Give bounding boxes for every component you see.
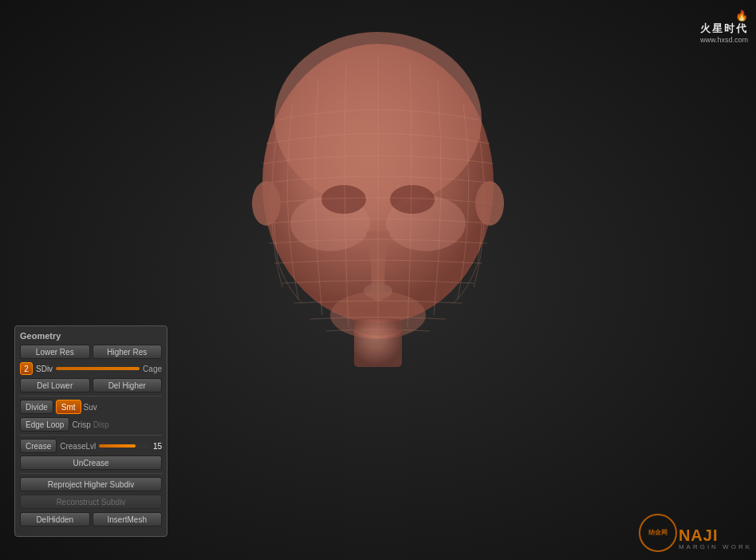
delhidden-row: DelHidden InsertMesh [20,512,162,526]
edge-loop-row: Edge Loop Crisp Disp [20,417,162,432]
uncrease-button[interactable]: UnCrease [20,455,162,470]
reproject-row: Reproject Higher Subdiv [20,477,162,491]
divide-button[interactable]: Divide [20,400,53,414]
higher-res-button[interactable]: Higher Res [93,345,163,359]
divider-2 [20,435,162,436]
naji-logo-container: 纳金网 NAJI MARGIN WORK [639,514,752,552]
del-higher-button[interactable]: Del Higher [93,378,163,392]
reconstruct-row: Reconstruct Subdiv [20,495,162,509]
edge-loop-button[interactable]: Edge Loop [20,417,69,432]
naji-circle: 纳金网 [639,514,677,552]
del-hidden-button[interactable]: DelHidden [20,512,90,526]
geometry-panel: Geometry Lower Res Higher Res 2 SDiv Cag… [14,325,167,537]
crease-lvl-value: 15 [153,442,162,451]
uncrease-row: UnCrease [20,455,162,470]
hxsd-icon: 🔥 [735,10,748,22]
del-button-row: Del Lower Del Higher [20,378,162,392]
del-lower-button[interactable]: Del Lower [20,378,90,392]
sdiv-row: 2 SDiv Cage [20,362,162,375]
svg-point-10 [475,181,504,226]
smt-button[interactable]: Smt [56,400,81,414]
naji-circle-text: 纳金网 [648,529,667,537]
crease-slider[interactable] [99,440,148,452]
svg-point-5 [321,185,366,214]
disp-label: Disp [93,420,109,429]
svg-point-6 [390,185,435,214]
svg-point-9 [252,181,281,226]
sdiv-value: 2 [20,362,33,375]
reproject-button[interactable]: Reproject Higher Subdiv [20,477,162,491]
insert-mesh-button[interactable]: InsertMesh [93,512,163,526]
naji-big-text: NAJI [679,527,752,543]
divide-row: Divide Smt Suv [20,400,162,414]
hxsd-name: 火星时代 [700,22,748,36]
head-model [207,24,549,487]
crease-lvl-label: CreaseLvl [60,442,96,451]
crisp-label: Crisp [72,420,90,429]
cage-label: Cage [143,365,162,373]
sdiv-slider[interactable] [56,367,140,370]
hxsd-logo: 🔥 火星时代 www.hxsd.com [700,10,748,44]
suv-label: Suv [84,403,97,412]
sdiv-label: SDiv [36,365,53,373]
lower-res-button[interactable]: Lower Res [20,345,90,359]
res-button-row: Lower Res Higher Res [20,345,162,359]
crease-button[interactable]: Crease [20,439,57,453]
hxsd-url: www.hxsd.com [700,36,748,44]
divider-3 [20,473,162,474]
naji-sub-text: MARGIN WORK [679,543,752,550]
divider-1 [20,396,162,396]
naji-text: NAJI MARGIN WORK [679,527,752,552]
reconstruct-button: Reconstruct Subdiv [20,495,162,509]
panel-title: Geometry [20,331,162,341]
svg-rect-8 [354,319,402,367]
crease-row: Crease CreaseLvl 15 [20,439,162,453]
